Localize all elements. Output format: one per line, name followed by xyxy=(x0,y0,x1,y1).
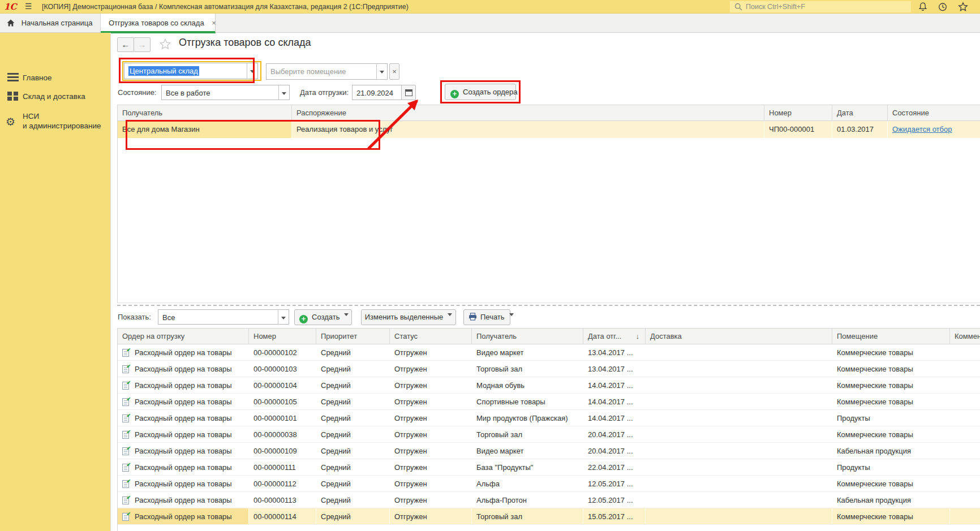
add-favorite-star-icon[interactable] xyxy=(159,38,171,50)
cell-comment xyxy=(950,410,980,426)
orders-table-row[interactable]: Все для дома Магазин Реализация товаров … xyxy=(118,121,980,138)
cell-comment xyxy=(950,492,980,508)
cell-priority: Средний xyxy=(316,508,390,524)
global-search-input[interactable]: Поиск Ctrl+Shift+F xyxy=(730,1,911,12)
cell-number: 00-00000104 xyxy=(249,377,316,393)
nav-forward-button[interactable]: → xyxy=(134,37,151,52)
sidebar-item-nsi-administration[interactable]: ⚙ НСИ и администрирование xyxy=(0,110,111,132)
table-row[interactable]: Расходный ордер на товары 00-00000109 Ср… xyxy=(118,443,980,459)
cell-ship-date: 12.05.2017 ... xyxy=(583,476,646,491)
column-header-delivery[interactable]: Доставка xyxy=(646,329,832,344)
column-header-number[interactable]: Номер xyxy=(249,329,316,344)
table-row[interactable]: Расходный ордер на товары 00-00000105 Ср… xyxy=(118,394,980,410)
cell-room: Коммерческие товары xyxy=(832,426,950,442)
column-header-receiver[interactable]: Получатель xyxy=(472,329,583,344)
table-row[interactable]: Расходный ордер на товары 00-00000103 Ср… xyxy=(118,361,980,377)
table-row[interactable]: Расходный ордер на товары 00-00000038 Ср… xyxy=(118,426,980,443)
state-link[interactable]: Ожидается отбор xyxy=(892,125,952,133)
table-row[interactable]: Расходный ордер на товары 00-00000111 Ср… xyxy=(118,459,980,476)
column-header-ship-date[interactable]: Дата отг...↓ xyxy=(583,329,646,344)
cell-ship-date: 14.04.2017 ... xyxy=(583,410,646,426)
cell-order-type: Расходный ордер на товары xyxy=(135,512,232,521)
notifications-bell-icon[interactable] xyxy=(918,2,928,12)
plus-icon: + xyxy=(299,315,308,323)
search-icon xyxy=(734,3,742,11)
cell-order-type: Расходный ордер на товары xyxy=(135,365,232,373)
cell-priority: Средний xyxy=(316,410,390,426)
column-header-receiver[interactable]: Получатель xyxy=(118,105,292,121)
cell-number: 00-00000111 xyxy=(249,459,316,475)
cell-order-type: Расходный ордер на товары xyxy=(135,496,232,504)
cell-receiver: Модная обувь xyxy=(472,377,583,393)
main-menu-icon[interactable]: ☰ xyxy=(25,0,32,14)
cell-order-type: Расходный ордер на товары xyxy=(135,480,232,488)
cell-receiver: База "Продукты" xyxy=(472,459,583,475)
table-row[interactable]: Расходный ордер на товары 00-00000113 Ср… xyxy=(118,492,980,508)
cell-ship-date: 20.04.2017 ... xyxy=(583,443,646,459)
tab-close-icon[interactable]: × xyxy=(212,19,216,27)
cell-room: Коммерческие товары xyxy=(832,344,950,360)
cell-ship-date: 14.04.2017 ... xyxy=(583,377,646,393)
table-row[interactable]: Расходный ордер на товары 00-00000114 Ср… xyxy=(118,508,980,525)
cell-room: Коммерческие товары xyxy=(832,508,950,524)
column-header-priority[interactable]: Приоритет xyxy=(316,329,390,344)
tab-home-page[interactable]: Начальная страница xyxy=(0,14,101,33)
history-clock-icon[interactable] xyxy=(938,2,948,12)
table-row[interactable]: Расходный ордер на товары 00-00000104 Ср… xyxy=(118,377,980,394)
cell-priority: Средний xyxy=(316,426,390,442)
cell-status: Отгружен xyxy=(390,377,472,393)
room-combo[interactable]: Выберите помещение xyxy=(266,63,388,80)
cell-receiver: Торговый зал xyxy=(472,361,583,377)
expense-order-document-icon xyxy=(122,415,129,422)
cell-date[interactable]: 01.03.2017 xyxy=(832,121,888,138)
ship-date-label: Дата отгрузки: xyxy=(300,85,349,100)
show-combo[interactable]: Все xyxy=(158,309,289,325)
column-header-status[interactable]: Статус xyxy=(390,329,472,344)
ship-date-input[interactable]: 21.09.2024 xyxy=(352,85,402,100)
show-dropdown-icon[interactable] xyxy=(278,310,289,324)
favorites-star-icon[interactable] xyxy=(958,2,968,12)
sort-descending-icon: ↓ xyxy=(636,329,640,344)
sidebar-item-main[interactable]: Главное xyxy=(0,69,111,86)
state-label: Состояние: xyxy=(118,85,156,100)
column-header-comment[interactable]: Коммент xyxy=(950,329,980,344)
cell-room: Коммерческие товары xyxy=(832,361,950,377)
room-clear-button[interactable]: × xyxy=(389,63,399,80)
state-dropdown-icon[interactable] xyxy=(278,85,289,100)
column-header-date[interactable]: Дата xyxy=(832,105,888,121)
cell-receiver[interactable]: Все для дома Магазин xyxy=(118,121,292,138)
state-combo[interactable]: Все в работе xyxy=(161,85,290,100)
column-header-room[interactable]: Помещение xyxy=(832,329,950,344)
shipment-table-header: Ордер на отгрузку Номер Приоритет Статус… xyxy=(118,328,980,344)
pane-splitter[interactable] xyxy=(117,305,980,306)
cell-ship-date: 13.04.2017 ... xyxy=(583,361,646,377)
show-label: Показать: xyxy=(118,309,151,325)
cell-receiver: Видео маркет xyxy=(472,443,583,459)
create-orders-button[interactable]: +Создать ордера xyxy=(445,84,516,100)
column-header-order[interactable]: Распоряжение xyxy=(292,105,764,121)
cell-order[interactable]: Реализация товаров и услуг xyxy=(292,121,764,138)
table-row[interactable]: Расходный ордер на товары 00-00000102 Ср… xyxy=(118,344,980,361)
table-row[interactable]: Расходный ордер на товары 00-00000112 Ср… xyxy=(118,476,980,492)
sidebar-item-warehouse-delivery[interactable]: Склад и доставка xyxy=(0,88,111,105)
warehouse-dropdown-icon[interactable] xyxy=(247,63,257,79)
column-header-number[interactable]: Номер xyxy=(764,105,832,121)
table-row[interactable]: Расходный ордер на товары 00-00000101 Ср… xyxy=(118,410,980,426)
edit-selected-button[interactable]: Изменить выделенные xyxy=(361,309,456,325)
cell-receiver: Мир продуктов (Пражская) xyxy=(472,410,583,426)
cell-number[interactable]: ЧП00-000001 xyxy=(764,121,832,138)
create-button[interactable]: +Создать xyxy=(294,309,352,325)
column-header-order-type[interactable]: Ордер на отгрузку xyxy=(118,329,249,344)
cell-order-type: Расходный ордер на товары xyxy=(135,381,232,390)
cell-number: 00-00000114 xyxy=(249,508,316,524)
nav-back-button[interactable]: ← xyxy=(117,37,134,52)
column-header-state[interactable]: Состояние xyxy=(888,105,980,121)
print-button[interactable]: Печать xyxy=(463,309,510,325)
room-dropdown-icon[interactable] xyxy=(376,64,387,79)
cell-status: Отгружен xyxy=(390,476,472,491)
calendar-button[interactable] xyxy=(401,85,416,100)
cell-room: Коммерческие товары xyxy=(832,377,950,393)
tab-shipment[interactable]: Отгрузка товаров со склада × xyxy=(101,14,216,33)
cell-receiver: Торговый зал xyxy=(472,508,583,524)
warehouse-combo[interactable]: Центральный склад xyxy=(124,63,258,79)
